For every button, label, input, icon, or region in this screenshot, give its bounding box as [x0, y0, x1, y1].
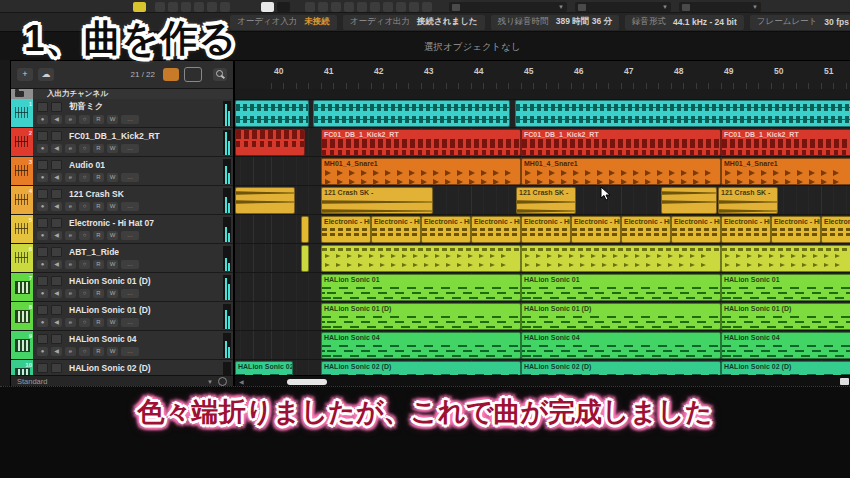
- mute-button[interactable]: [37, 276, 48, 286]
- automation-write-button[interactable]: W: [107, 115, 118, 124]
- timeline-event[interactable]: Electronic - Hi Hat 07: [721, 216, 771, 243]
- scrollbar-thumb[interactable]: [287, 379, 327, 385]
- timeline-event[interactable]: Electronic - Hi Hat 07: [421, 216, 471, 243]
- more-button[interactable]: …: [121, 347, 139, 356]
- chevron-down-icon[interactable]: ▼: [207, 379, 213, 385]
- record-arm-button[interactable]: ●: [37, 260, 48, 269]
- automation-read-button[interactable]: R: [93, 173, 104, 182]
- edit-channel-button[interactable]: e: [65, 144, 76, 153]
- tool-button[interactable]: [422, 2, 432, 12]
- toolbar-button[interactable]: [207, 2, 217, 12]
- cloud-button[interactable]: ☁: [38, 68, 54, 81]
- record-arm-button[interactable]: ●: [37, 144, 48, 153]
- track-row[interactable]: 10HALion Sonic 02 (D)●◀e○RW…: [11, 360, 233, 375]
- edit-channel-button[interactable]: e: [65, 202, 76, 211]
- timeline-event[interactable]: HALion Sonic 01 (D): [321, 303, 521, 330]
- timeline-event[interactable]: HALion Sonic 02 (D): [321, 361, 521, 375]
- automation-read-button[interactable]: R: [93, 347, 104, 356]
- monitor-button[interactable]: ◀: [51, 173, 62, 182]
- freeze-button[interactable]: ○: [79, 289, 90, 298]
- monitor-button[interactable]: ◀: [51, 231, 62, 240]
- solo-button[interactable]: [51, 102, 62, 112]
- automation-write-button[interactable]: W: [107, 173, 118, 182]
- tool-button[interactable]: [344, 2, 354, 12]
- edit-channel-button[interactable]: e: [65, 173, 76, 182]
- automation-read-button[interactable]: R: [93, 144, 104, 153]
- timeline-event[interactable]: 121 Crash SK -: [516, 187, 576, 214]
- monitor-button[interactable]: ◀: [51, 347, 62, 356]
- toolbar-button[interactable]: [155, 2, 165, 12]
- record-arm-button[interactable]: ●: [37, 231, 48, 240]
- quantize-dropdown[interactable]: ▼: [575, 2, 671, 12]
- record-arm-button[interactable]: ●: [37, 347, 48, 356]
- solo-button[interactable]: [51, 334, 62, 344]
- tool-button[interactable]: [409, 2, 419, 12]
- tool-button[interactable]: [396, 2, 406, 12]
- record-arm-button[interactable]: ●: [37, 202, 48, 211]
- automation-write-button[interactable]: W: [107, 318, 118, 327]
- more-button[interactable]: …: [121, 115, 139, 124]
- timeline-event[interactable]: MH01_4_Snare1: [721, 158, 850, 185]
- timeline-event[interactable]: HALion Sonic 04: [721, 332, 850, 359]
- timeline-event[interactable]: [235, 100, 309, 127]
- edit-channel-button[interactable]: e: [65, 260, 76, 269]
- search-icon[interactable]: [213, 68, 227, 81]
- edit-channel-button[interactable]: e: [65, 347, 76, 356]
- monitor-button[interactable]: ◀: [51, 260, 62, 269]
- monitor-button[interactable]: ◀: [51, 202, 62, 211]
- solo-button[interactable]: [51, 363, 62, 373]
- monitor-button[interactable]: ◀: [51, 115, 62, 124]
- timeline-event[interactable]: [313, 100, 510, 127]
- more-button[interactable]: …: [121, 318, 139, 327]
- mute-button[interactable]: [37, 363, 48, 373]
- more-button[interactable]: …: [121, 289, 139, 298]
- more-button[interactable]: …: [121, 173, 139, 182]
- edit-channel-button[interactable]: e: [65, 231, 76, 240]
- timeline-event[interactable]: [301, 245, 309, 272]
- solo-button[interactable]: [51, 276, 62, 286]
- freeze-button[interactable]: ○: [79, 115, 90, 124]
- freeze-button[interactable]: ○: [79, 231, 90, 240]
- timeline-event[interactable]: Electronic - Hi Hat 07: [371, 216, 421, 243]
- timeline-event[interactable]: [515, 100, 850, 127]
- freeze-button[interactable]: ○: [79, 347, 90, 356]
- automation-write-button[interactable]: W: [107, 231, 118, 240]
- timeline-event[interactable]: FC01_DB_1_Kick2_RT: [721, 129, 850, 156]
- track-filter-button[interactable]: [163, 68, 179, 81]
- tool-mode-dropdown[interactable]: [277, 2, 290, 12]
- automation-read-button[interactable]: R: [93, 202, 104, 211]
- freeze-button[interactable]: ○: [79, 173, 90, 182]
- timeline-event[interactable]: HALion Sonic 04: [521, 332, 721, 359]
- mute-button[interactable]: [37, 305, 48, 315]
- timeline-event[interactable]: HALion Sonic 04: [321, 332, 521, 359]
- freeze-button[interactable]: ○: [79, 144, 90, 153]
- more-button[interactable]: …: [121, 231, 139, 240]
- timeline-event[interactable]: Electronic - Hi Hat 07: [671, 216, 721, 243]
- add-track-button[interactable]: +: [17, 68, 33, 81]
- timeline-event[interactable]: [521, 245, 721, 272]
- track-row[interactable]: 7HALion Sonic 01 (D)●◀e○RW…: [11, 273, 233, 302]
- solo-button[interactable]: [51, 131, 62, 141]
- tool-button[interactable]: [305, 2, 315, 12]
- timeline-event[interactable]: HALion Sonic 02 (D): [521, 361, 721, 375]
- zoom-options-icon[interactable]: [218, 377, 227, 386]
- track-row[interactable]: 6ABT_1_Ride●◀e○RW…: [11, 244, 233, 273]
- timeline-event[interactable]: Electronic - Hi Hat 07: [521, 216, 571, 243]
- automation-read-button[interactable]: R: [93, 115, 104, 124]
- automation-read-button[interactable]: R: [93, 289, 104, 298]
- timeline-event[interactable]: HALion Sonic 02 (D): [235, 361, 293, 375]
- record-arm-button[interactable]: ●: [37, 289, 48, 298]
- tool-button[interactable]: [383, 2, 393, 12]
- timeline-event[interactable]: [235, 129, 305, 156]
- automation-write-button[interactable]: W: [107, 347, 118, 356]
- track-view-button[interactable]: [184, 67, 202, 82]
- timeline-event[interactable]: [301, 216, 309, 243]
- freeze-button[interactable]: ○: [79, 318, 90, 327]
- mute-button[interactable]: [37, 160, 48, 170]
- monitor-button[interactable]: ◀: [51, 144, 62, 153]
- timeline-event[interactable]: [721, 245, 850, 272]
- track-row[interactable]: 3Audio 01●◀e○RW…: [11, 157, 233, 186]
- timeline-event[interactable]: Electronic - Hi Hat 07: [471, 216, 521, 243]
- snap-button[interactable]: [133, 2, 146, 12]
- timeline-event[interactable]: [661, 187, 717, 214]
